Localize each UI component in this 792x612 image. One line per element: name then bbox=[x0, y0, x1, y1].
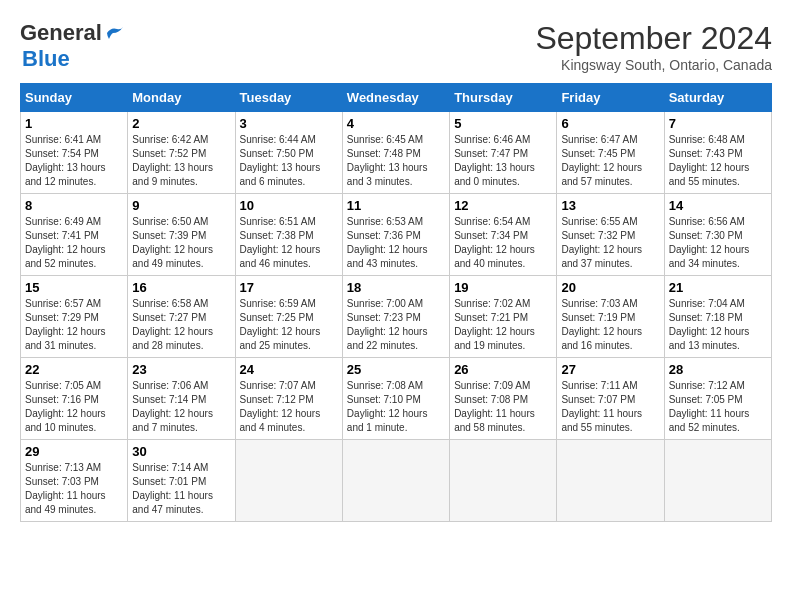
calendar-cell: 7Sunrise: 6:48 AMSunset: 7:43 PMDaylight… bbox=[664, 112, 771, 194]
day-info: Sunrise: 6:51 AMSunset: 7:38 PMDaylight:… bbox=[240, 215, 338, 271]
calendar-cell bbox=[342, 440, 449, 522]
day-number: 28 bbox=[669, 362, 767, 377]
day-info: Sunrise: 7:00 AMSunset: 7:23 PMDaylight:… bbox=[347, 297, 445, 353]
calendar-cell: 28Sunrise: 7:12 AMSunset: 7:05 PMDayligh… bbox=[664, 358, 771, 440]
day-number: 24 bbox=[240, 362, 338, 377]
day-info: Sunrise: 7:08 AMSunset: 7:10 PMDaylight:… bbox=[347, 379, 445, 435]
calendar-cell: 13Sunrise: 6:55 AMSunset: 7:32 PMDayligh… bbox=[557, 194, 664, 276]
day-info: Sunrise: 7:11 AMSunset: 7:07 PMDaylight:… bbox=[561, 379, 659, 435]
calendar-cell: 23Sunrise: 7:06 AMSunset: 7:14 PMDayligh… bbox=[128, 358, 235, 440]
calendar-cell: 16Sunrise: 6:58 AMSunset: 7:27 PMDayligh… bbox=[128, 276, 235, 358]
calendar-cell: 6Sunrise: 6:47 AMSunset: 7:45 PMDaylight… bbox=[557, 112, 664, 194]
day-number: 30 bbox=[132, 444, 230, 459]
calendar-cell: 27Sunrise: 7:11 AMSunset: 7:07 PMDayligh… bbox=[557, 358, 664, 440]
month-title: September 2024 bbox=[535, 20, 772, 57]
weekday-header-thursday: Thursday bbox=[450, 84, 557, 112]
calendar-cell bbox=[557, 440, 664, 522]
day-number: 3 bbox=[240, 116, 338, 131]
calendar-cell: 1Sunrise: 6:41 AMSunset: 7:54 PMDaylight… bbox=[21, 112, 128, 194]
day-number: 11 bbox=[347, 198, 445, 213]
day-info: Sunrise: 7:14 AMSunset: 7:01 PMDaylight:… bbox=[132, 461, 230, 517]
page-header: General Blue September 2024 Kingsway Sou… bbox=[20, 20, 772, 73]
day-info: Sunrise: 6:47 AMSunset: 7:45 PMDaylight:… bbox=[561, 133, 659, 189]
day-info: Sunrise: 7:05 AMSunset: 7:16 PMDaylight:… bbox=[25, 379, 123, 435]
calendar-table: SundayMondayTuesdayWednesdayThursdayFrid… bbox=[20, 83, 772, 522]
day-number: 14 bbox=[669, 198, 767, 213]
day-number: 17 bbox=[240, 280, 338, 295]
day-number: 27 bbox=[561, 362, 659, 377]
day-number: 7 bbox=[669, 116, 767, 131]
day-info: Sunrise: 6:41 AMSunset: 7:54 PMDaylight:… bbox=[25, 133, 123, 189]
weekday-header-wednesday: Wednesday bbox=[342, 84, 449, 112]
calendar-cell: 10Sunrise: 6:51 AMSunset: 7:38 PMDayligh… bbox=[235, 194, 342, 276]
calendar-cell: 15Sunrise: 6:57 AMSunset: 7:29 PMDayligh… bbox=[21, 276, 128, 358]
calendar-cell: 25Sunrise: 7:08 AMSunset: 7:10 PMDayligh… bbox=[342, 358, 449, 440]
calendar-cell: 29Sunrise: 7:13 AMSunset: 7:03 PMDayligh… bbox=[21, 440, 128, 522]
calendar-cell: 30Sunrise: 7:14 AMSunset: 7:01 PMDayligh… bbox=[128, 440, 235, 522]
day-info: Sunrise: 6:57 AMSunset: 7:29 PMDaylight:… bbox=[25, 297, 123, 353]
day-info: Sunrise: 7:03 AMSunset: 7:19 PMDaylight:… bbox=[561, 297, 659, 353]
day-number: 10 bbox=[240, 198, 338, 213]
day-number: 23 bbox=[132, 362, 230, 377]
day-info: Sunrise: 6:42 AMSunset: 7:52 PMDaylight:… bbox=[132, 133, 230, 189]
calendar-cell: 24Sunrise: 7:07 AMSunset: 7:12 PMDayligh… bbox=[235, 358, 342, 440]
calendar-cell: 18Sunrise: 7:00 AMSunset: 7:23 PMDayligh… bbox=[342, 276, 449, 358]
day-info: Sunrise: 6:53 AMSunset: 7:36 PMDaylight:… bbox=[347, 215, 445, 271]
calendar-week-row: 22Sunrise: 7:05 AMSunset: 7:16 PMDayligh… bbox=[21, 358, 772, 440]
day-info: Sunrise: 6:59 AMSunset: 7:25 PMDaylight:… bbox=[240, 297, 338, 353]
calendar-week-row: 1Sunrise: 6:41 AMSunset: 7:54 PMDaylight… bbox=[21, 112, 772, 194]
calendar-cell: 17Sunrise: 6:59 AMSunset: 7:25 PMDayligh… bbox=[235, 276, 342, 358]
day-number: 12 bbox=[454, 198, 552, 213]
day-number: 21 bbox=[669, 280, 767, 295]
calendar-cell: 14Sunrise: 6:56 AMSunset: 7:30 PMDayligh… bbox=[664, 194, 771, 276]
day-info: Sunrise: 6:49 AMSunset: 7:41 PMDaylight:… bbox=[25, 215, 123, 271]
calendar-cell bbox=[664, 440, 771, 522]
day-number: 25 bbox=[347, 362, 445, 377]
calendar-week-row: 29Sunrise: 7:13 AMSunset: 7:03 PMDayligh… bbox=[21, 440, 772, 522]
day-number: 18 bbox=[347, 280, 445, 295]
calendar-cell: 4Sunrise: 6:45 AMSunset: 7:48 PMDaylight… bbox=[342, 112, 449, 194]
day-info: Sunrise: 6:46 AMSunset: 7:47 PMDaylight:… bbox=[454, 133, 552, 189]
day-number: 2 bbox=[132, 116, 230, 131]
day-number: 1 bbox=[25, 116, 123, 131]
location: Kingsway South, Ontario, Canada bbox=[535, 57, 772, 73]
calendar-cell: 26Sunrise: 7:09 AMSunset: 7:08 PMDayligh… bbox=[450, 358, 557, 440]
day-info: Sunrise: 7:02 AMSunset: 7:21 PMDaylight:… bbox=[454, 297, 552, 353]
day-number: 20 bbox=[561, 280, 659, 295]
logo-general: General bbox=[20, 20, 102, 46]
day-number: 8 bbox=[25, 198, 123, 213]
day-info: Sunrise: 6:48 AMSunset: 7:43 PMDaylight:… bbox=[669, 133, 767, 189]
day-info: Sunrise: 6:54 AMSunset: 7:34 PMDaylight:… bbox=[454, 215, 552, 271]
calendar-cell: 20Sunrise: 7:03 AMSunset: 7:19 PMDayligh… bbox=[557, 276, 664, 358]
calendar-cell: 12Sunrise: 6:54 AMSunset: 7:34 PMDayligh… bbox=[450, 194, 557, 276]
weekday-header-friday: Friday bbox=[557, 84, 664, 112]
day-info: Sunrise: 7:13 AMSunset: 7:03 PMDaylight:… bbox=[25, 461, 123, 517]
day-info: Sunrise: 6:58 AMSunset: 7:27 PMDaylight:… bbox=[132, 297, 230, 353]
day-info: Sunrise: 7:06 AMSunset: 7:14 PMDaylight:… bbox=[132, 379, 230, 435]
day-info: Sunrise: 7:04 AMSunset: 7:18 PMDaylight:… bbox=[669, 297, 767, 353]
day-info: Sunrise: 6:44 AMSunset: 7:50 PMDaylight:… bbox=[240, 133, 338, 189]
logo-blue: Blue bbox=[22, 46, 70, 72]
weekday-header-saturday: Saturday bbox=[664, 84, 771, 112]
calendar-week-row: 15Sunrise: 6:57 AMSunset: 7:29 PMDayligh… bbox=[21, 276, 772, 358]
day-number: 9 bbox=[132, 198, 230, 213]
day-info: Sunrise: 6:56 AMSunset: 7:30 PMDaylight:… bbox=[669, 215, 767, 271]
calendar-cell: 21Sunrise: 7:04 AMSunset: 7:18 PMDayligh… bbox=[664, 276, 771, 358]
calendar-cell: 8Sunrise: 6:49 AMSunset: 7:41 PMDaylight… bbox=[21, 194, 128, 276]
day-number: 13 bbox=[561, 198, 659, 213]
weekday-header-tuesday: Tuesday bbox=[235, 84, 342, 112]
logo-bird-icon bbox=[103, 25, 125, 41]
day-number: 16 bbox=[132, 280, 230, 295]
day-number: 15 bbox=[25, 280, 123, 295]
calendar-header-row: SundayMondayTuesdayWednesdayThursdayFrid… bbox=[21, 84, 772, 112]
calendar-cell: 2Sunrise: 6:42 AMSunset: 7:52 PMDaylight… bbox=[128, 112, 235, 194]
day-number: 4 bbox=[347, 116, 445, 131]
day-info: Sunrise: 6:55 AMSunset: 7:32 PMDaylight:… bbox=[561, 215, 659, 271]
calendar-cell: 9Sunrise: 6:50 AMSunset: 7:39 PMDaylight… bbox=[128, 194, 235, 276]
logo: General Blue bbox=[20, 20, 125, 72]
day-info: Sunrise: 6:50 AMSunset: 7:39 PMDaylight:… bbox=[132, 215, 230, 271]
day-number: 19 bbox=[454, 280, 552, 295]
calendar-week-row: 8Sunrise: 6:49 AMSunset: 7:41 PMDaylight… bbox=[21, 194, 772, 276]
calendar-cell: 22Sunrise: 7:05 AMSunset: 7:16 PMDayligh… bbox=[21, 358, 128, 440]
calendar-cell bbox=[450, 440, 557, 522]
